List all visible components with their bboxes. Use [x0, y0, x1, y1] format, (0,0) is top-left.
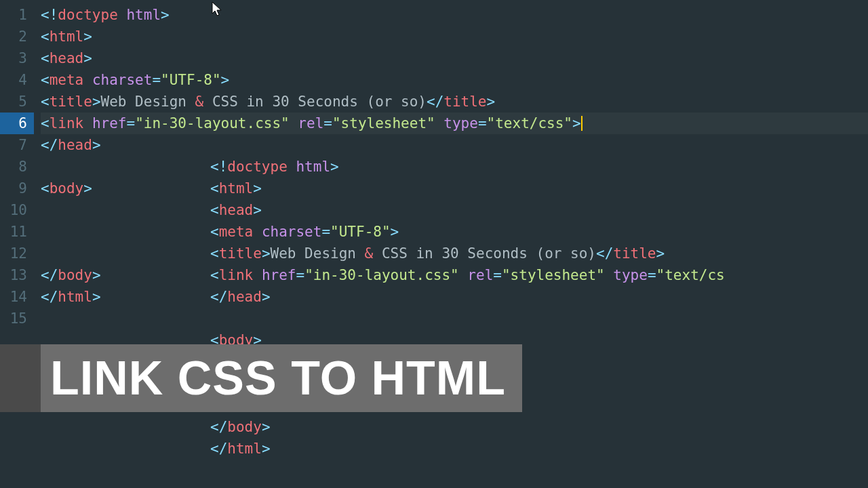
attr-name: charset	[92, 72, 153, 88]
line-number: 12	[0, 243, 34, 264]
tag-name: body	[50, 180, 84, 197]
punct: >	[221, 72, 230, 88]
punct: >	[161, 7, 170, 23]
line-number: 5	[0, 91, 34, 113]
code-line: </head>	[210, 286, 868, 308]
tag-name: meta	[50, 72, 84, 88]
code-line[interactable]: <meta charset="UTF-8">	[41, 69, 868, 91]
code-line: <head>	[210, 199, 868, 221]
line-number: 6	[0, 113, 34, 134]
line-number: 13	[0, 264, 34, 286]
punct: >	[83, 180, 92, 197]
code-line: <html>	[210, 178, 868, 199]
line-number: 8	[0, 156, 34, 178]
punct: =	[152, 72, 161, 88]
punct: <	[41, 28, 50, 45]
attr-name: href	[92, 115, 127, 131]
mouse-cursor-icon	[212, 1, 224, 16]
line-number: 10	[0, 199, 34, 221]
line-number: 14	[0, 286, 34, 308]
punct: >	[92, 267, 101, 283]
punct: >	[572, 115, 581, 131]
punct: =	[478, 115, 487, 131]
banner-accent	[0, 344, 41, 412]
punct: </	[41, 137, 58, 153]
doctype-value: html	[126, 7, 161, 23]
doctype-keyword: doctype	[58, 7, 118, 23]
punct: <	[41, 94, 50, 110]
code-line[interactable]: </head>	[41, 134, 868, 156]
punct: </	[427, 94, 443, 110]
code-line: </body>	[210, 416, 868, 438]
attr-value: "in-30-layout.css"	[135, 115, 290, 131]
tag-name: head	[50, 50, 84, 66]
text-cursor	[581, 116, 583, 131]
banner-text: LINK CSS TO HTML	[41, 344, 522, 412]
line-number: 2	[0, 26, 34, 47]
line-number: 3	[0, 47, 34, 69]
line-number: 9	[0, 178, 34, 199]
punct: >	[487, 94, 496, 110]
punct: <	[41, 115, 50, 131]
punct: <	[41, 180, 50, 197]
line-number: 4	[0, 69, 34, 91]
attr-name: rel	[298, 115, 323, 131]
title-banner: LINK CSS TO HTML	[0, 344, 522, 412]
punct: <	[41, 72, 50, 88]
secondary-editor-panel: <!doctype html> <html> <head> <meta char…	[210, 156, 868, 460]
code-line[interactable]: <html>	[41, 26, 868, 47]
punct: =	[323, 115, 332, 131]
tag-name: body	[58, 267, 92, 283]
punct: >	[92, 94, 101, 110]
entity: &	[195, 94, 204, 110]
line-number: 15	[0, 308, 34, 329]
code-line: <title>Web Design & CSS in 30 Seconds (o…	[210, 243, 868, 264]
punct: <!	[41, 7, 58, 23]
line-number: 1	[0, 4, 34, 26]
tag-name: title	[443, 94, 486, 110]
line-number: 7	[0, 134, 34, 156]
line-number: 11	[0, 221, 34, 243]
attr-value: "text/css"	[487, 115, 572, 131]
text-content: Web Design	[101, 94, 195, 110]
punct: >	[92, 289, 101, 305]
attr-value: "UTF-8"	[161, 72, 221, 88]
tag-name: html	[50, 28, 84, 45]
attr-value: "stylesheet"	[332, 115, 435, 131]
code-line: <link href="in-30-layout.css" rel="style…	[210, 264, 868, 286]
punct: >	[83, 28, 92, 45]
tag-name: link	[50, 115, 84, 131]
punct: <	[41, 50, 50, 66]
line-number-gutter: 1 2 3 4 5 6 7 8 9 10 11 12 13 14 15	[0, 0, 34, 329]
code-line: <meta charset="UTF-8">	[210, 221, 868, 243]
tag-name: head	[58, 137, 92, 153]
punct: >	[92, 137, 101, 153]
punct: >	[83, 50, 92, 66]
code-line[interactable]: <!doctype html>	[41, 4, 868, 26]
punct: </	[41, 267, 58, 283]
code-line-active[interactable]: <link href="in-30-layout.css" rel="style…	[41, 113, 868, 134]
code-line: </html>	[210, 438, 868, 460]
text-content: CSS in 30 Seconds (or so)	[203, 94, 427, 110]
tag-name: html	[58, 289, 92, 305]
code-line[interactable]: <title>Web Design & CSS in 30 Seconds (o…	[41, 91, 868, 113]
code-line[interactable]: <head>	[41, 47, 868, 69]
punct: </	[41, 289, 58, 305]
attr-name: type	[443, 115, 478, 131]
code-line	[210, 308, 868, 329]
code-line: <!doctype html>	[210, 156, 868, 178]
punct: =	[126, 115, 135, 131]
tag-name: title	[50, 94, 92, 110]
